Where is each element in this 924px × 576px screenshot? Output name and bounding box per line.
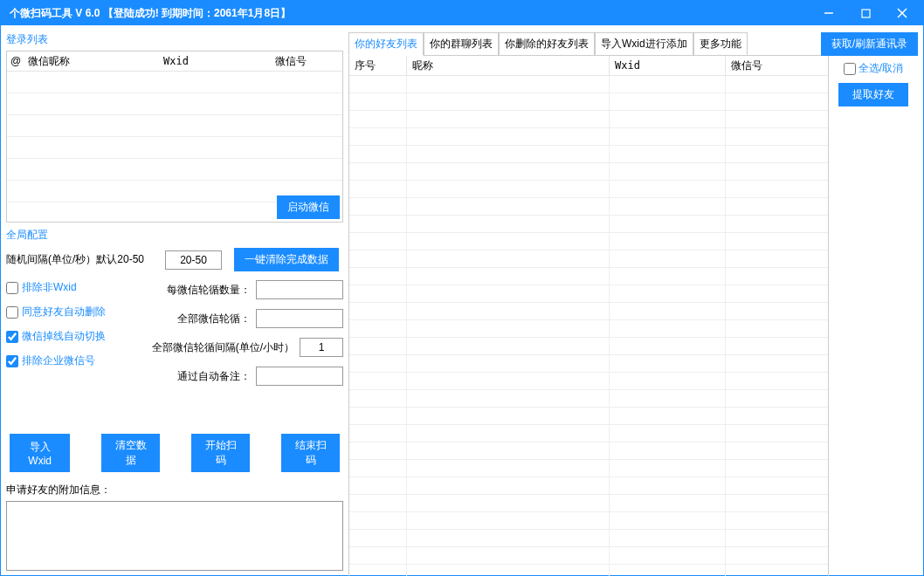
extract-friends-button[interactable]: 提取好友 [838, 83, 908, 106]
close-icon[interactable] [890, 1, 914, 25]
table-row[interactable] [349, 477, 828, 495]
start-wechat-button[interactable]: 启动微信 [277, 195, 340, 219]
clear-data-button[interactable]: 清空数据 [101, 434, 160, 472]
table-row[interactable] [349, 285, 828, 303]
auto-delete-checkbox[interactable]: 同意好友自动删除 [6, 305, 128, 319]
table-row[interactable] [7, 72, 342, 93]
login-list-header: 登录列表 [6, 32, 343, 47]
table-row[interactable] [349, 495, 828, 512]
per-cycle-input[interactable] [256, 280, 343, 299]
tab-groups[interactable]: 你的群聊列表 [424, 32, 499, 55]
all-cycle-label: 全部微信轮循： [177, 312, 251, 326]
table-row[interactable] [349, 128, 828, 146]
login-col-wxid: Wxid [160, 55, 272, 67]
table-row[interactable] [349, 530, 828, 547]
interval-input[interactable] [165, 250, 222, 270]
global-config-header: 全局配置 [6, 228, 343, 243]
login-col-wxnum: 微信号 [272, 54, 342, 69]
svg-rect-1 [862, 10, 870, 17]
minimize-icon[interactable] [817, 1, 841, 25]
table-row[interactable] [349, 338, 828, 355]
titlebar: 个微扫码工具 V 6.0 【登陆成功! 到期时间：2061年1月8日】 [1, 1, 923, 25]
table-row[interactable] [349, 146, 828, 163]
maximize-icon[interactable] [853, 1, 878, 25]
table-row[interactable] [349, 111, 828, 128]
table-row[interactable] [349, 320, 828, 338]
clear-done-button[interactable]: 一键清除完成数据 [234, 248, 339, 271]
cycle-interval-label: 全部微信轮循间隔(单位/小时） [152, 340, 294, 355]
tab-more[interactable]: 更多功能 [693, 32, 748, 55]
table-row[interactable] [349, 233, 828, 250]
friend-col-wxnum: 微信号 [726, 56, 828, 75]
table-row[interactable] [349, 373, 828, 390]
table-row[interactable] [349, 408, 828, 425]
tab-friends[interactable]: 你的好友列表 [348, 32, 424, 56]
per-cycle-label: 每微信轮循数量： [167, 283, 251, 298]
auto-remark-input[interactable] [256, 367, 343, 386]
window-title: 个微扫码工具 V 6.0 【登陆成功! 到期时间：2061年1月8日】 [10, 6, 817, 21]
table-row[interactable] [349, 163, 828, 181]
table-row[interactable] [7, 137, 342, 159]
attach-info-label: 申请好友的附加信息： [6, 483, 343, 497]
table-row[interactable] [349, 390, 828, 408]
table-row[interactable] [349, 442, 828, 460]
stop-scan-button[interactable]: 结束扫码 [281, 434, 340, 472]
tab-deleted[interactable]: 你删除的好友列表 [499, 32, 595, 55]
friend-col-wxid: Wxid [610, 56, 726, 75]
select-all-checkbox[interactable]: 全选/取消 [844, 61, 903, 76]
tab-import[interactable]: 导入Wxid进行添加 [595, 32, 693, 55]
table-row[interactable] [349, 303, 828, 320]
table-row[interactable] [7, 159, 342, 181]
table-row[interactable] [349, 216, 828, 233]
start-scan-button[interactable]: 开始扫码 [191, 434, 250, 472]
table-row[interactable] [7, 93, 342, 115]
offline-switch-checkbox[interactable]: 微信掉线自动切换 [6, 329, 128, 344]
table-row[interactable] [349, 355, 828, 373]
exclude-enterprise-checkbox[interactable]: 排除企业微信号 [6, 353, 128, 368]
table-row[interactable] [349, 565, 828, 576]
interval-label: 随机间隔(单位/秒）默认20-50 [6, 252, 144, 267]
exclude-non-wxid-checkbox[interactable]: 排除非Wxid [6, 280, 128, 295]
table-row[interactable] [349, 460, 828, 477]
table-row[interactable] [349, 268, 828, 285]
auto-remark-label: 通过自动备注： [177, 369, 251, 384]
table-row[interactable] [349, 181, 828, 198]
cycle-interval-input[interactable] [300, 338, 343, 357]
attach-info-textarea[interactable] [6, 501, 343, 571]
friend-col-nick: 昵称 [407, 56, 610, 75]
friend-table: 序号 昵称 Wxid 微信号 [348, 56, 829, 576]
table-row[interactable] [349, 198, 828, 216]
table-row[interactable] [349, 547, 828, 565]
friend-col-seq: 序号 [349, 56, 407, 75]
table-row[interactable] [349, 250, 828, 268]
table-row[interactable] [349, 76, 828, 93]
login-col-nick: 微信昵称 [24, 54, 160, 69]
table-row[interactable] [7, 115, 342, 137]
import-wxid-button[interactable]: 导入Wxid [10, 434, 70, 472]
table-row[interactable] [349, 512, 828, 530]
login-table: @ 微信昵称 Wxid 微信号 启动微信 [6, 51, 343, 223]
login-col-at: @ [7, 55, 24, 67]
table-row[interactable] [349, 425, 828, 442]
table-row[interactable] [349, 93, 828, 111]
all-cycle-input[interactable] [256, 309, 343, 328]
fetch-contacts-button[interactable]: 获取/刷新通讯录 [821, 32, 918, 56]
